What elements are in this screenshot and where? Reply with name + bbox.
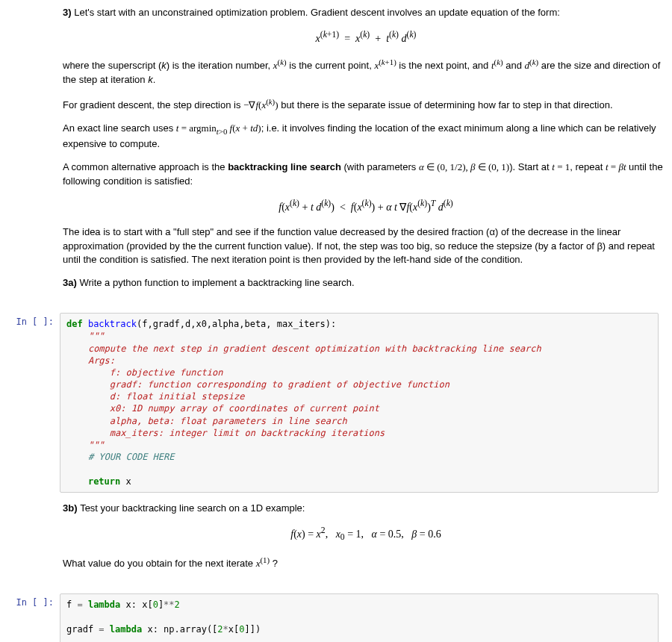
markdown-cell-q3: 3) Let's start with an unconstrained opt…	[0, 0, 672, 310]
markdown-body: 3b) Test your backtracking line search o…	[60, 499, 672, 588]
paragraph: 3b) Test your backtracking line search o…	[63, 502, 669, 516]
bls-term: backtracking line search	[228, 161, 341, 172]
input-prompt: In [ ]:	[0, 593, 60, 642]
paragraph: 3a) Write a python function to implement…	[63, 276, 669, 290]
equation-update: x(k+1) = x(k) + t(k) d(k)	[63, 29, 669, 46]
paragraph: A common alternative approach is the bac…	[63, 160, 669, 189]
code-cell-setup: In [ ]: f = lambda x: x[0]**2 gradf = la…	[0, 590, 672, 642]
code-input[interactable]: f = lambda x: x[0]**2 gradf = lambda x: …	[60, 593, 659, 642]
paragraph: For gradient descent, the step direction…	[63, 96, 669, 113]
input-prompt: In [ ]:	[0, 313, 60, 493]
q3-label: 3)	[63, 7, 74, 18]
paragraph: An exact line search uses t = argmint>0 …	[63, 122, 669, 152]
paragraph: where the superscript (k) is the iterati…	[63, 57, 669, 87]
code-input[interactable]: def backtrack(f,gradf,d,x0,alpha,beta, m…	[60, 313, 659, 493]
markdown-cell-q3b: 3b) Test your backtracking line search o…	[0, 496, 672, 590]
paragraph: What value do you obtain for the next it…	[63, 555, 669, 571]
equation-example: f(x) = x2, x0 = 1, α = 0.5, β = 0.6	[63, 525, 669, 544]
q3a-label: 3a)	[63, 277, 79, 288]
q3b-label: 3b)	[63, 502, 80, 514]
markdown-body: 3) Let's start with an unconstrained opt…	[60, 3, 672, 307]
paragraph: The idea is to start with a "full step" …	[63, 225, 669, 268]
prompt-empty	[0, 499, 60, 588]
equation-armijo: f(x(k) + t d(k)) < f(x(k)) + α t ∇f(x(k)…	[63, 198, 669, 215]
code-cell-backtrack: In [ ]: def backtrack(f,gradf,d,x0,alpha…	[0, 310, 672, 496]
prompt-empty	[0, 3, 60, 307]
paragraph: 3) Let's start with an unconstrained opt…	[63, 6, 669, 20]
